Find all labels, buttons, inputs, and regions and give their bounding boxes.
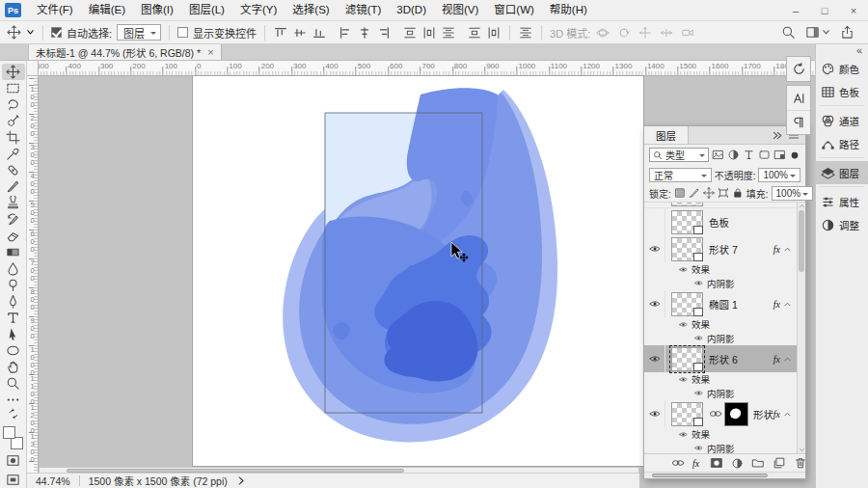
layer-mask-link-icon[interactable] xyxy=(709,407,722,420)
layers-hscrollbar[interactable] xyxy=(644,472,805,478)
visibility-eye-icon[interactable] xyxy=(644,345,665,372)
menu-item[interactable]: 编辑(E) xyxy=(81,0,133,20)
effects-row[interactable]: 效果 xyxy=(644,427,805,442)
visibility-eye-icon[interactable] xyxy=(644,400,665,427)
shape-tool[interactable] xyxy=(2,342,25,359)
collapse-effects-icon[interactable] xyxy=(783,410,792,419)
inner-shadow-row[interactable]: 内阴影 xyxy=(644,277,805,291)
visibility-eye-icon[interactable] xyxy=(644,235,665,262)
align-distribute-button[interactable] xyxy=(441,25,456,41)
filter-pixel-icon[interactable] xyxy=(712,149,724,161)
m3d-slide-button[interactable] xyxy=(659,25,674,41)
eraser-tool[interactable] xyxy=(2,228,25,244)
layer-row[interactable]: 形状 5fx xyxy=(644,400,805,427)
status-chevron-icon[interactable] xyxy=(236,475,247,486)
layer-fx-badge[interactable]: fx xyxy=(773,299,780,310)
marquee-tool[interactable] xyxy=(2,80,25,96)
scroll-up-icon[interactable] xyxy=(799,203,805,209)
history-brush-tool[interactable] xyxy=(2,211,25,228)
align-al-left-button[interactable] xyxy=(338,25,353,41)
quick-mask-button[interactable] xyxy=(2,452,25,469)
dock-item-swatch-grid[interactable]: 色板 xyxy=(816,80,868,103)
layer-thumbnail[interactable] xyxy=(671,237,703,261)
align-dist-v-button[interactable] xyxy=(467,25,482,41)
scroll-down-icon[interactable] xyxy=(799,447,805,453)
layer-row[interactable]: 色板 xyxy=(644,208,805,235)
dodge-tool[interactable] xyxy=(2,277,25,293)
visibility-eye-icon[interactable] xyxy=(694,279,703,287)
swap-colors-icon[interactable] xyxy=(8,408,19,420)
clone-stamp-tool[interactable] xyxy=(2,195,25,211)
lock-artboard-icon[interactable] xyxy=(718,187,729,199)
eyedropper-tool[interactable] xyxy=(2,146,25,162)
pen-tool[interactable] xyxy=(2,293,25,310)
menu-item[interactable]: 图像(I) xyxy=(133,0,181,20)
layer-row[interactable]: 形状 7fx xyxy=(644,235,805,262)
chevron-down-icon[interactable] xyxy=(26,28,35,37)
align-al-right-button[interactable] xyxy=(376,25,392,41)
zoom-level[interactable]: 44.74% xyxy=(36,475,70,487)
blur-tool[interactable] xyxy=(2,260,25,277)
character-panel-icon[interactable] xyxy=(787,86,810,110)
inner-shadow-row[interactable]: 内阴影 xyxy=(644,387,805,401)
inner-shadow-row[interactable]: 内阴影 xyxy=(644,332,805,346)
align-dist-h-button[interactable] xyxy=(421,25,437,41)
menu-item[interactable]: 帮助(H) xyxy=(542,0,595,20)
auto-select-checkbox[interactable] xyxy=(51,27,62,38)
menu-item[interactable]: 窗口(W) xyxy=(486,0,542,20)
visibility-eye-icon[interactable] xyxy=(694,444,703,452)
show-transform-checkbox[interactable] xyxy=(177,27,188,38)
foreground-color-swatch[interactable] xyxy=(3,426,15,439)
path-selection-tool[interactable] xyxy=(2,326,25,342)
dock-item-color[interactable]: 颜色 xyxy=(816,57,868,80)
tab-close-icon[interactable]: × xyxy=(207,46,213,58)
menu-item[interactable]: 视图(V) xyxy=(434,0,486,20)
m3d-roll-button[interactable] xyxy=(616,25,632,41)
menu-item[interactable]: 选择(S) xyxy=(285,0,337,20)
effects-row[interactable]: 效果 xyxy=(644,262,805,277)
m3d-pan-button[interactable] xyxy=(637,25,653,41)
lock-pixels-icon[interactable] xyxy=(689,187,700,199)
screen-mode-button[interactable] xyxy=(2,472,25,488)
layers-tab[interactable]: 图层 xyxy=(644,126,689,144)
inner-shadow-row[interactable]: 内阴影 xyxy=(644,442,805,454)
close-button[interactable]: × xyxy=(839,0,868,20)
layer-row[interactable]: 形状 6fx xyxy=(644,345,805,372)
filter-shape-icon[interactable] xyxy=(758,149,771,161)
chevron-down-icon[interactable] xyxy=(822,28,830,37)
filter-type-icon[interactable] xyxy=(743,149,755,161)
link-layers-icon[interactable] xyxy=(671,456,685,470)
align-dist-v-button[interactable] xyxy=(402,25,418,41)
dock-item-properties[interactable]: 属性 xyxy=(816,190,868,213)
share-icon[interactable] xyxy=(840,25,854,40)
visibility-eye-icon[interactable] xyxy=(644,290,665,317)
align-dist-h-button[interactable] xyxy=(486,25,502,41)
dock-item-layers[interactable]: 图层 xyxy=(816,161,868,184)
hand-tool[interactable] xyxy=(2,359,25,375)
new-adjustment-icon[interactable] xyxy=(731,457,744,470)
opacity-dropdown[interactable]: 100% xyxy=(758,168,800,182)
align-al-top-button[interactable] xyxy=(273,25,288,41)
scrollbar-thumb[interactable] xyxy=(799,210,804,272)
collapse-effects-icon[interactable] xyxy=(783,300,792,309)
document-tab[interactable]: 未标题-1 @ 44.7% (形状 6, RGB/8) * × xyxy=(29,44,222,60)
dock-item-adjust[interactable]: 调整 xyxy=(816,213,868,236)
visibility-eye-icon[interactable] xyxy=(679,320,688,329)
lock-all-icon[interactable] xyxy=(732,187,744,199)
visibility-eye-icon[interactable] xyxy=(679,375,688,384)
brush-tool[interactable] xyxy=(2,178,25,195)
filter-type-dropdown[interactable]: 类型 xyxy=(649,148,709,162)
layer-fx-badge[interactable]: fx xyxy=(773,244,780,255)
minimize-button[interactable]: – xyxy=(781,0,810,20)
gradient-tool[interactable] xyxy=(2,244,25,260)
layer-thumbnail[interactable] xyxy=(671,402,703,426)
auto-select-dropdown[interactable]: 图层 xyxy=(117,24,161,41)
paragraph-panel-icon[interactable] xyxy=(787,110,810,134)
move-tool[interactable] xyxy=(2,64,25,80)
color-swatches[interactable] xyxy=(3,426,24,449)
layer-name[interactable]: 形状 6 xyxy=(709,352,773,366)
layers-scrollbar[interactable] xyxy=(797,203,805,453)
lock-position-icon[interactable] xyxy=(703,187,715,199)
filter-adjustment-icon[interactable] xyxy=(727,149,740,161)
menu-item[interactable]: 文件(F) xyxy=(29,0,81,20)
